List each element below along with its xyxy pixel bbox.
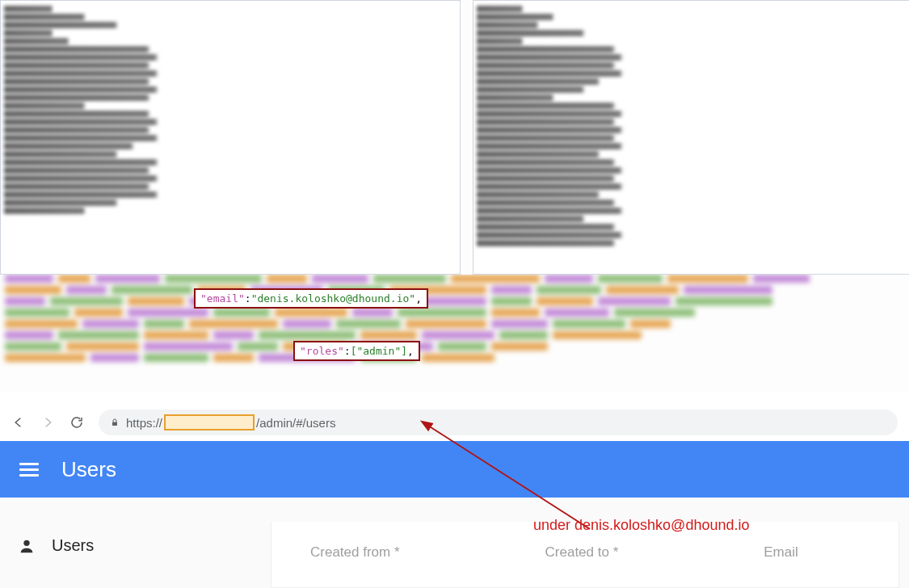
json-value-roles: ["admin"]: [351, 345, 407, 357]
url-scheme: https://: [126, 416, 162, 430]
json-key-email: "email": [200, 292, 245, 304]
page-title: Users: [61, 457, 116, 482]
json-value-email: "denis.koloshko@dhound.io": [251, 292, 416, 304]
annotation-text: under denis.koloshko@dhound.io: [533, 517, 749, 534]
svg-point-1: [23, 540, 29, 545]
blurred-code-region: "email":"denis.koloshko@dhound.io", "rol…: [0, 0, 909, 392]
svg-rect-0: [112, 422, 117, 426]
url-text: https:// /admin/#/users: [126, 414, 335, 430]
forward-button[interactable]: [40, 415, 55, 430]
browser-toolbar: https:// /admin/#/users: [0, 404, 909, 441]
filter-created-from[interactable]: Created from *: [310, 544, 400, 587]
menu-icon[interactable]: [19, 460, 39, 479]
filter-email[interactable]: Email: [764, 544, 798, 587]
url-path: /admin/#/users: [256, 416, 335, 430]
filter-created-to[interactable]: Created to *: [545, 544, 619, 587]
content-area: Users Created from * Created to * Email: [0, 498, 909, 588]
code-column-left: [0, 0, 461, 275]
app-header: Users: [0, 441, 909, 498]
address-bar[interactable]: https:// /admin/#/users: [99, 410, 898, 435]
json-email-highlight: "email":"denis.koloshko@dhound.io",: [194, 288, 428, 309]
reload-button[interactable]: [69, 415, 84, 430]
section-header: Users: [18, 536, 94, 555]
code-column-right: [473, 0, 909, 275]
back-button[interactable]: [11, 415, 26, 430]
json-key-roles: "roles": [300, 345, 344, 357]
colored-json-band: [0, 275, 909, 392]
url-redacted-host: [164, 414, 255, 430]
json-roles-highlight: "roles":["admin"],: [293, 341, 420, 361]
person-icon: [18, 537, 36, 555]
section-label: Users: [52, 536, 94, 555]
lock-icon: [110, 417, 120, 428]
